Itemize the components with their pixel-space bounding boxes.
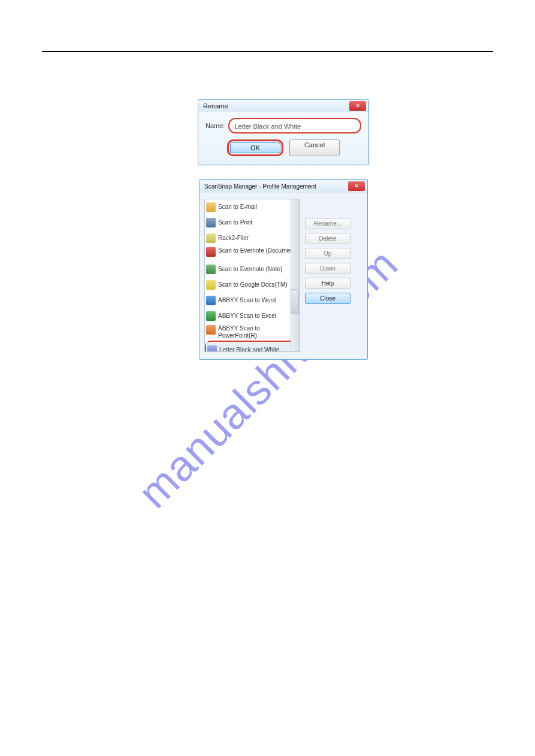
list-item[interactable]: ABBYY Scan to PowerPoint(R) [205, 324, 300, 341]
pdf-icon [206, 247, 216, 257]
close-icon[interactable]: ✕ [349, 101, 366, 111]
list-item-label: Rack2-Filer [218, 235, 249, 242]
folder-icon [206, 233, 216, 243]
rename-titlebar: Rename ✕ [198, 100, 368, 112]
list-item[interactable]: Letter Black and White [206, 342, 298, 352]
pm-title-text: ScanSnap Manager - Profile Management [204, 183, 316, 190]
down-button[interactable]: Down [305, 263, 350, 274]
list-item[interactable]: Scan to Google Docs(TM) [205, 277, 300, 293]
ok-button[interactable]: OK [230, 142, 280, 153]
profile-listbox[interactable]: Scan to E-mail Scan to Print Rack2-Filer… [204, 199, 300, 352]
rename-dialog: Rename ✕ Name: OK Cancel [198, 99, 369, 165]
email-icon [206, 202, 216, 212]
list-item-label: Scan to E-mail [218, 204, 257, 211]
list-item[interactable]: ABBYY Scan to Word [205, 293, 300, 308]
word-icon [206, 296, 216, 305]
cancel-button[interactable]: Cancel [289, 139, 340, 156]
scrollbar-track[interactable] [291, 199, 300, 351]
ok-button-highlight: OK [227, 139, 283, 156]
page-top-rule [42, 51, 493, 52]
list-item-label: Scan to Evernote (Document) [218, 247, 297, 254]
list-item[interactable]: Rack2-Filer [205, 230, 300, 246]
printer-icon [206, 218, 216, 227]
delete-button[interactable]: Delete [305, 233, 350, 244]
gdocs-icon [206, 280, 216, 290]
up-button[interactable]: Up [305, 248, 350, 259]
list-item[interactable]: ABBYY Scan to Excel [205, 308, 300, 324]
list-item-label: Scan to Print [218, 219, 252, 226]
rename-title-text: Rename [203, 102, 228, 110]
list-item[interactable]: Scan to Evernote (Note) [205, 262, 300, 277]
name-input[interactable] [233, 122, 359, 130]
list-item-label: Scan to Google Docs(TM) [218, 281, 288, 289]
list-item[interactable]: Scan to E-mail [205, 199, 300, 215]
list-item-label: ABBYY Scan to PowerPoint(R) [218, 325, 298, 339]
scansnap-icon [207, 345, 217, 352]
list-item-label: Scan to Evernote (Note) [218, 266, 282, 273]
powerpoint-icon [206, 325, 216, 335]
name-label: Name: [205, 122, 225, 129]
close-button[interactable]: Close [305, 293, 350, 304]
rename-button[interactable]: Rename... [305, 218, 350, 229]
list-item-label: ABBYY Scan to Word [218, 297, 276, 304]
list-item-label: ABBYY Scan to Excel [218, 312, 276, 320]
help-button[interactable]: Help [305, 278, 350, 289]
pm-titlebar: ScanSnap Manager - Profile Management ✕ [200, 180, 367, 193]
list-item[interactable]: Scan to Print [205, 215, 300, 230]
note-icon [206, 265, 216, 274]
name-input-highlight [228, 118, 361, 133]
selected-item-highlight: Letter Black and White [205, 341, 300, 352]
excel-icon [206, 311, 216, 321]
close-icon[interactable]: ✕ [348, 181, 365, 191]
profile-management-dialog: ScanSnap Manager - Profile Management ✕ … [199, 179, 368, 360]
list-item-label: Letter Black and White [219, 347, 280, 352]
list-item[interactable]: Scan to Evernote (Document) [205, 246, 300, 262]
scrollbar-thumb[interactable] [291, 289, 299, 314]
